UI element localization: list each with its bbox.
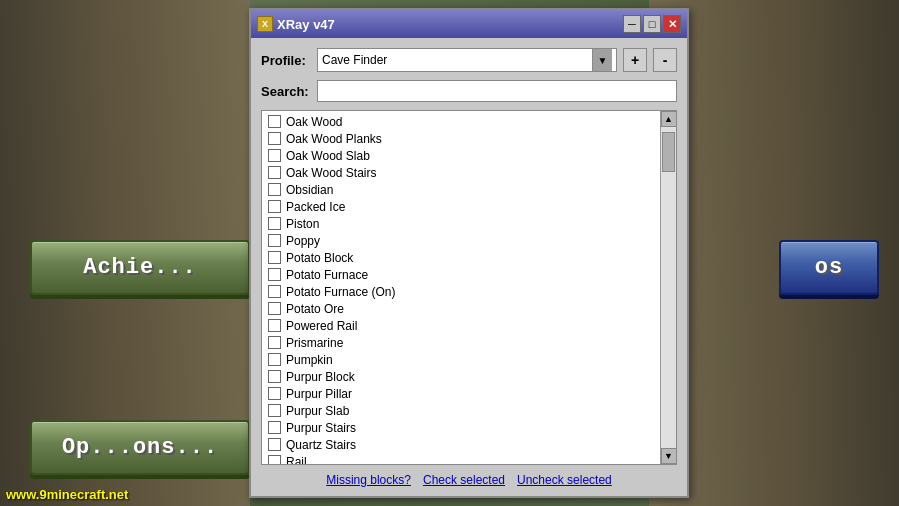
missing-blocks-link[interactable]: Missing blocks?: [326, 473, 411, 487]
list-item-label: Powered Rail: [286, 319, 357, 333]
list-item-label: Potato Furnace: [286, 268, 368, 282]
list-item-checkbox[interactable]: [268, 115, 281, 128]
scrollbar[interactable]: ▲ ▼: [660, 111, 676, 464]
uncheck-selected-link[interactable]: Uncheck selected: [517, 473, 612, 487]
list-item-label: Potato Ore: [286, 302, 344, 316]
list-item-checkbox[interactable]: [268, 438, 281, 451]
bg-right-button: os: [779, 240, 879, 295]
profile-row: Profile: Cave Finder ▼ + -: [261, 48, 677, 72]
list-item-checkbox[interactable]: [268, 404, 281, 417]
xray-dialog: X XRay v47 ─ □ ✕ Profile: Cave Finder ▼: [249, 8, 689, 498]
list-item[interactable]: Quartz Stairs: [262, 436, 660, 453]
list-item[interactable]: Purpur Pillar: [262, 385, 660, 402]
list-item-label: Purpur Block: [286, 370, 355, 384]
bg-achievements-button: Achie...: [30, 240, 250, 295]
list-item-checkbox[interactable]: [268, 387, 281, 400]
list-item-label: Piston: [286, 217, 319, 231]
list-item[interactable]: Oak Wood Planks: [262, 130, 660, 147]
list-item[interactable]: Rail: [262, 453, 660, 464]
bottom-links: Missing blocks? Check selected Uncheck s…: [261, 473, 677, 487]
list-item-checkbox[interactable]: [268, 421, 281, 434]
list-item-label: Oak Wood: [286, 115, 342, 129]
profile-dropdown-arrow[interactable]: ▼: [592, 49, 612, 71]
list-item-label: Prismarine: [286, 336, 343, 350]
list-item-checkbox[interactable]: [268, 319, 281, 332]
list-item-label: Oak Wood Slab: [286, 149, 370, 163]
list-item-checkbox[interactable]: [268, 370, 281, 383]
app-icon: X: [257, 16, 273, 32]
list-item[interactable]: Packed Ice: [262, 198, 660, 215]
search-input[interactable]: [317, 80, 677, 102]
dialog-title: XRay v47: [277, 17, 335, 32]
list-item-checkbox[interactable]: [268, 353, 281, 366]
title-bar: X XRay v47 ─ □ ✕: [251, 10, 687, 38]
search-row: Search:: [261, 80, 677, 102]
scroll-up-button[interactable]: ▲: [661, 111, 677, 127]
list-item-label: Purpur Pillar: [286, 387, 352, 401]
list-item[interactable]: Potato Furnace: [262, 266, 660, 283]
profile-value: Cave Finder: [322, 53, 592, 67]
add-profile-button[interactable]: +: [623, 48, 647, 72]
list-item-checkbox[interactable]: [268, 234, 281, 247]
list-item-label: Packed Ice: [286, 200, 345, 214]
list-item-checkbox[interactable]: [268, 251, 281, 264]
list-item-checkbox[interactable]: [268, 336, 281, 349]
check-selected-link[interactable]: Check selected: [423, 473, 505, 487]
list-item-checkbox[interactable]: [268, 183, 281, 196]
list-item-label: Potato Furnace (On): [286, 285, 395, 299]
minimize-button[interactable]: ─: [623, 15, 641, 33]
list-item[interactable]: Oak Wood Slab: [262, 147, 660, 164]
list-item[interactable]: Potato Ore: [262, 300, 660, 317]
profile-label: Profile:: [261, 53, 311, 68]
list-item[interactable]: Piston: [262, 215, 660, 232]
list-scroll-area[interactable]: Oak WoodOak Wood PlanksOak Wood SlabOak …: [262, 111, 660, 464]
list-item[interactable]: Oak Wood: [262, 113, 660, 130]
list-item[interactable]: Prismarine: [262, 334, 660, 351]
scroll-thumb[interactable]: [662, 132, 675, 172]
list-item-label: Obsidian: [286, 183, 333, 197]
list-item[interactable]: Purpur Stairs: [262, 419, 660, 436]
block-list: Oak WoodOak Wood PlanksOak Wood SlabOak …: [261, 110, 677, 465]
remove-profile-button[interactable]: -: [653, 48, 677, 72]
list-item-label: Rail: [286, 455, 307, 465]
title-bar-left: X XRay v47: [257, 16, 335, 32]
list-item-checkbox[interactable]: [268, 200, 281, 213]
list-item-checkbox[interactable]: [268, 268, 281, 281]
list-item-label: Pumpkin: [286, 353, 333, 367]
list-item-label: Potato Block: [286, 251, 353, 265]
list-item-label: Quartz Stairs: [286, 438, 356, 452]
maximize-button[interactable]: □: [643, 15, 661, 33]
list-item[interactable]: Poppy: [262, 232, 660, 249]
list-item-checkbox[interactable]: [268, 285, 281, 298]
profile-select[interactable]: Cave Finder ▼: [317, 48, 617, 72]
list-item-checkbox[interactable]: [268, 166, 281, 179]
title-bar-buttons: ─ □ ✕: [623, 15, 681, 33]
list-item-label: Oak Wood Planks: [286, 132, 382, 146]
list-item-checkbox[interactable]: [268, 302, 281, 315]
bg-options-button: Op...ons...: [30, 420, 250, 475]
list-item[interactable]: Pumpkin: [262, 351, 660, 368]
list-item[interactable]: Purpur Slab: [262, 402, 660, 419]
list-item-checkbox[interactable]: [268, 455, 281, 464]
watermark: www.9minecraft.net: [6, 487, 128, 502]
list-item-checkbox[interactable]: [268, 132, 281, 145]
list-item-label: Purpur Stairs: [286, 421, 356, 435]
scroll-track[interactable]: [661, 127, 676, 448]
dialog-content: Profile: Cave Finder ▼ + - Search: Oak W…: [251, 38, 687, 497]
scroll-down-button[interactable]: ▼: [661, 448, 677, 464]
search-label: Search:: [261, 84, 311, 99]
list-item[interactable]: Obsidian: [262, 181, 660, 198]
list-item[interactable]: Potato Furnace (On): [262, 283, 660, 300]
list-item[interactable]: Purpur Block: [262, 368, 660, 385]
list-item-label: Oak Wood Stairs: [286, 166, 376, 180]
list-item-label: Purpur Slab: [286, 404, 349, 418]
list-item-checkbox[interactable]: [268, 149, 281, 162]
list-item[interactable]: Powered Rail: [262, 317, 660, 334]
list-item-label: Poppy: [286, 234, 320, 248]
close-button[interactable]: ✕: [663, 15, 681, 33]
list-item-checkbox[interactable]: [268, 217, 281, 230]
list-item[interactable]: Oak Wood Stairs: [262, 164, 660, 181]
list-item[interactable]: Potato Block: [262, 249, 660, 266]
